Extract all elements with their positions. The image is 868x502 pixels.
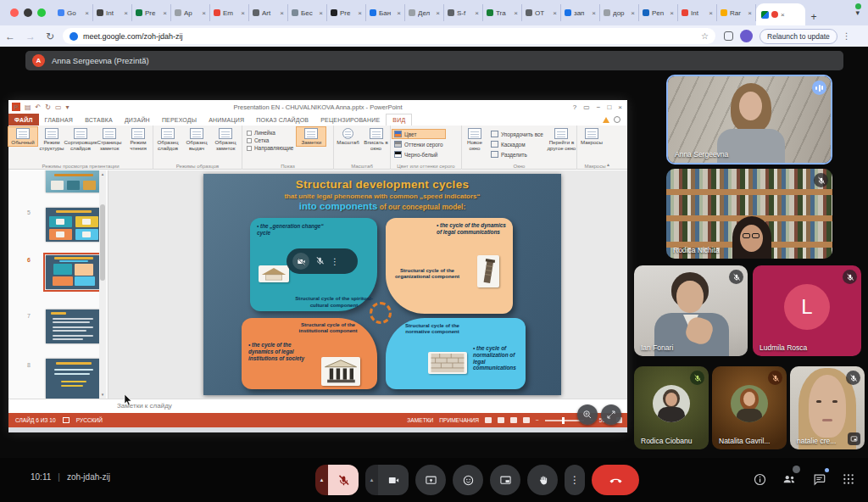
cascade-button[interactable]: Каскадом (489, 140, 545, 148)
window-controls[interactable]: ? ▭ − □ × (573, 103, 627, 111)
close-tab-icon[interactable]: × (241, 9, 245, 17)
mic-off-overlay-icon[interactable] (315, 254, 325, 269)
split-button[interactable]: Разделить (489, 150, 545, 159)
close-tab-icon[interactable]: × (475, 9, 479, 17)
grayscale-button[interactable]: Оттенки серого (392, 140, 445, 148)
relaunch-to-update-button[interactable]: Relaunch to update (760, 29, 837, 44)
close-tab-icon[interactable]: × (436, 9, 440, 17)
camera-button[interactable] (378, 465, 409, 495)
slideshow-view-icon[interactable] (523, 417, 530, 423)
slide-thumbnail-4[interactable] (46, 170, 102, 192)
end-call-button[interactable] (592, 465, 639, 495)
close-tab-icon[interactable]: × (748, 9, 752, 17)
sorter-view-icon[interactable] (498, 417, 504, 423)
overlay-more-icon[interactable]: ⋮ (331, 257, 339, 266)
ribbon-tab-дизайн[interactable]: ДИЗАЙН (119, 114, 156, 126)
outline-view-button[interactable]: Режим структуры (37, 127, 66, 152)
guides-checkbox[interactable]: Направляющие (247, 145, 293, 151)
reading-view-button[interactable]: Режим чтения (124, 127, 153, 152)
participant-tile-anna-sergeevna[interactable]: Anna Sergeevna (666, 75, 832, 165)
ribbon-tab-file[interactable]: ФАЙЛ (8, 114, 39, 126)
window-traffic-lights[interactable] (0, 0, 54, 25)
notes-toggle[interactable]: ЗАМЕТКИ (407, 417, 433, 423)
extensions-icon[interactable] (724, 31, 733, 41)
reactions-button[interactable] (453, 465, 483, 495)
mic-options-chevron[interactable]: ▴ (315, 465, 328, 495)
close-tab-icon[interactable]: × (280, 9, 284, 17)
close-tab-icon[interactable]: × (319, 9, 323, 17)
minimize-window-button[interactable] (24, 8, 32, 17)
new-tab-button[interactable]: + (805, 8, 822, 25)
spellcheck-icon[interactable] (63, 417, 70, 423)
normal-view-icon[interactable] (485, 417, 492, 423)
back-icon[interactable]: ← (5, 31, 15, 42)
close-tab-icon[interactable]: × (631, 9, 635, 17)
participant-tile-rodica-nichita[interactable]: Rodica Nichita (666, 169, 832, 259)
browser-tab[interactable]: Rar× (717, 4, 756, 21)
bookmark-star-icon[interactable]: ☆ (701, 31, 709, 41)
notes-master-button[interactable]: Образец заметок (211, 127, 240, 152)
language-indicator[interactable]: РУССКИЙ (76, 417, 103, 423)
close-tab-icon[interactable]: × (781, 11, 785, 19)
slide-thumbnail-5[interactable] (46, 208, 102, 242)
close-button[interactable]: × (618, 103, 622, 111)
ribbon-tab-переходы[interactable]: ПЕРЕХОДЫ (156, 114, 203, 126)
browser-tab[interactable]: Art× (249, 4, 288, 21)
slide-thumbnail-6[interactable] (46, 255, 102, 289)
meeting-details-icon[interactable] (750, 470, 769, 488)
browser-tab[interactable]: S-f× (444, 4, 483, 21)
fit-to-window-button[interactable]: Вписать в окно (362, 127, 390, 152)
browser-tab[interactable]: Бан× (366, 4, 405, 21)
ribbon-tab-рецензирование[interactable]: РЕЦЕНЗИРОВАНИЕ (314, 114, 386, 126)
participant-tile-natalita-gavril[interactable]: Natalita Gavril... (712, 366, 787, 449)
zoom-window-button[interactable] (37, 8, 46, 17)
browser-tab[interactable]: Бес× (288, 4, 327, 21)
browser-tab[interactable]: Go× (54, 4, 93, 21)
ribbon-tab-показ слайдов[interactable]: ПОКАЗ СЛАЙДОВ (250, 114, 314, 126)
switch-windows-button[interactable]: Перейти в другое окно (547, 127, 576, 152)
camera-options-chevron[interactable]: ▴ (365, 465, 378, 495)
close-tab-icon[interactable]: × (709, 9, 713, 17)
present-button[interactable] (490, 465, 520, 495)
restore-button[interactable]: □ (607, 103, 611, 111)
comments-toggle[interactable]: ПРИМЕЧАНИЯ (439, 417, 479, 423)
ribbon-display-button[interactable]: ▭ (583, 103, 590, 111)
ribbon-tab-вид[interactable]: ВИД (386, 114, 412, 126)
notes-toggle-button[interactable]: Заметки (297, 127, 326, 146)
close-tab-icon[interactable]: × (85, 9, 89, 17)
camera-off-overlay-icon[interactable] (292, 253, 309, 270)
close-window-button[interactable] (10, 8, 19, 17)
slide-thumbnail-8[interactable] (46, 359, 102, 399)
url-bar[interactable]: meet.google.com/zoh-jdah-zij ☆ (63, 28, 715, 44)
forward-icon[interactable]: → (25, 31, 36, 42)
browser-tab[interactable]: Pen× (639, 4, 678, 21)
help-button[interactable]: ? (573, 103, 576, 111)
black-white-button[interactable]: Черно-белый (392, 150, 445, 159)
browser-tab[interactable]: зап× (561, 4, 600, 21)
browser-tab[interactable]: Int× (678, 4, 717, 21)
browser-tab[interactable]: Tra× (483, 4, 522, 21)
expand-content-button[interactable] (601, 404, 621, 425)
minimize-button[interactable]: − (597, 103, 601, 111)
reading-view-icon[interactable] (510, 417, 517, 423)
slide-sorter-button[interactable]: Сортировщик слайдов (66, 127, 95, 152)
share-screen-button[interactable] (415, 465, 446, 495)
macros-button[interactable]: Макросы (577, 127, 606, 146)
close-tab-icon[interactable]: × (592, 9, 596, 17)
close-tab-icon[interactable]: × (553, 9, 557, 17)
arrange-all-button[interactable]: Упорядочить все (489, 130, 545, 138)
notes-page-button[interactable]: Страницы заметок (95, 127, 124, 152)
slide-master-button[interactable]: Образец слайдов (153, 127, 182, 152)
close-tab-icon[interactable]: × (163, 9, 167, 17)
close-tab-icon[interactable]: × (514, 9, 518, 17)
ribbon-tab-главная[interactable]: ГЛАВНАЯ (39, 114, 80, 126)
normal-view-button[interactable]: Обычный (8, 127, 37, 146)
collapse-ribbon-icon[interactable]: ▴ (607, 161, 609, 167)
new-window-button[interactable]: Новое окно (462, 127, 487, 152)
people-icon[interactable] (780, 470, 798, 488)
browser-tab[interactable]: OT× (522, 4, 561, 21)
activities-icon[interactable] (839, 470, 858, 488)
handout-master-button[interactable]: Образец выдач (182, 127, 211, 152)
close-tab-icon[interactable]: × (358, 9, 362, 17)
zoom-button[interactable]: Масштаб (334, 127, 362, 146)
